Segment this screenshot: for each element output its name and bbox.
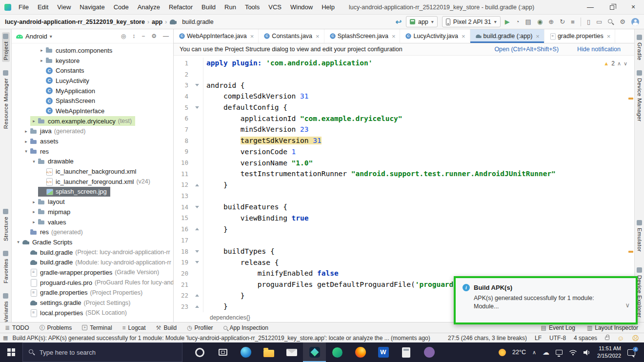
- tree-item[interactable]: ▾Gradle Scripts: [12, 237, 173, 247]
- fold-marker-icon[interactable]: [188, 290, 203, 301]
- task-view-icon[interactable]: [211, 342, 234, 362]
- taskbar-search[interactable]: Type here to search: [22, 342, 182, 362]
- toolwindow-emulator[interactable]: Emulator: [636, 219, 644, 253]
- indent-setting[interactable]: 4 spaces: [574, 335, 597, 342]
- tree-item[interactable]: ▸values: [12, 217, 173, 227]
- fold-marker-icon[interactable]: [188, 201, 203, 213]
- scrollbar-warning-mark[interactable]: [628, 98, 633, 100]
- chevron-right-icon[interactable]: ▸: [30, 119, 38, 123]
- menu-item-window[interactable]: Window: [286, 0, 317, 14]
- back-arrow-icon[interactable]: ↩: [395, 18, 402, 26]
- weather-temp[interactable]: 22°C: [512, 349, 526, 356]
- settings-gear-icon[interactable]: ⚙: [620, 19, 625, 25]
- breadcrumb-item[interactable]: app: [152, 19, 162, 25]
- tree-item[interactable]: splash_screen.jpg: [12, 187, 173, 197]
- tree-item[interactable]: ▸keystore: [12, 56, 173, 66]
- chevron-right-icon[interactable]: ▸: [30, 220, 38, 224]
- tree-item[interactable]: LucyActivity: [12, 76, 173, 86]
- scrollbar-warning-mark[interactable]: [628, 251, 633, 253]
- android-studio-icon[interactable]: [303, 342, 326, 362]
- tool-build[interactable]: Build: [156, 324, 177, 331]
- panel-settings-icon[interactable]: ⚙: [151, 33, 157, 40]
- debug-button-icon[interactable]: ◉: [537, 19, 543, 25]
- close-tab-icon[interactable]: ×: [316, 33, 320, 40]
- menu-item-vcs[interactable]: VCS: [264, 0, 286, 14]
- toolwindow-device-manager[interactable]: Device Manager: [636, 69, 644, 123]
- file-encoding[interactable]: UTF-8: [549, 335, 566, 342]
- fold-marker-icon[interactable]: [188, 102, 203, 113]
- android-tool-icon[interactable]: [326, 342, 349, 362]
- device-manager-icon[interactable]: ▯: [587, 19, 590, 25]
- run-config-select[interactable]: app ▾: [406, 16, 438, 27]
- tray-expand-icon[interactable]: ∧: [532, 349, 536, 356]
- chevron-right-icon[interactable]: ▸: [38, 58, 45, 63]
- tree-item[interactable]: Constants: [12, 65, 173, 76]
- restore-button[interactable]: [601, 0, 623, 14]
- menu-item-edit[interactable]: Edit: [33, 0, 53, 14]
- code-line[interactable]: 6 applicationId "com.example.dryicelucy": [174, 113, 634, 124]
- menu-item-refactor[interactable]: Refactor: [164, 0, 197, 14]
- chevron-right-icon[interactable]: ▸: [22, 129, 30, 134]
- toolwindow-favorites[interactable]: Favorites: [2, 249, 10, 285]
- menu-item-help[interactable]: Help: [317, 0, 339, 14]
- tree-item[interactable]: res(generated): [12, 227, 173, 237]
- tree-item[interactable]: ▸java(generated): [12, 126, 173, 137]
- calculator-icon[interactable]: [395, 342, 418, 362]
- next-warning-icon[interactable]: ∨: [624, 60, 627, 67]
- minimize-button[interactable]: —: [580, 0, 601, 14]
- collapse-all-icon[interactable]: −: [141, 33, 145, 40]
- display-icon[interactable]: [556, 350, 563, 355]
- tree-item[interactable]: MyApplication: [12, 86, 173, 96]
- chevron-down-icon[interactable]: ▾: [15, 240, 22, 244]
- onedrive-cloud-icon[interactable]: ☁: [543, 349, 549, 356]
- code-line[interactable]: 1apply plugin: 'com.android.application': [174, 58, 634, 69]
- code-line[interactable]: 15 viewBinding true: [174, 213, 634, 224]
- fold-marker-icon[interactable]: [188, 223, 203, 235]
- feedback-sad-icon[interactable]: ☹: [632, 335, 639, 342]
- code-line[interactable]: 3android {: [174, 80, 634, 91]
- tool-todo[interactable]: TODO: [5, 324, 29, 331]
- run-button-icon[interactable]: ▶: [505, 19, 510, 25]
- code-line[interactable]: 7 minSdkVersion 23: [174, 124, 634, 135]
- code-line[interactable]: 16 }: [174, 223, 634, 235]
- chevron-right-icon[interactable]: ▸: [30, 200, 38, 204]
- weather-icon[interactable]: [499, 349, 506, 356]
- code-line[interactable]: 4 compileSdkVersion 31: [174, 91, 634, 102]
- tree-item[interactable]: ▸custom.components: [12, 45, 173, 56]
- code-line[interactable]: 11 testInstrumentationRunner "android.su…: [174, 168, 634, 180]
- expand-notification-icon[interactable]: ∨: [625, 302, 630, 309]
- fold-marker-icon[interactable]: [188, 80, 203, 91]
- editor-tab-lucyactivity-java[interactable]: LucyActivity.java×: [400, 29, 470, 43]
- action-center-icon[interactable]: 4: [627, 349, 635, 356]
- code-line[interactable]: 19 release {: [174, 257, 634, 268]
- close-button[interactable]: ×: [623, 0, 644, 14]
- close-tab-icon[interactable]: ×: [607, 33, 611, 40]
- fold-marker-icon[interactable]: [188, 301, 203, 312]
- mail-icon[interactable]: [280, 342, 303, 362]
- project-view-selector[interactable]: Android: [25, 33, 47, 40]
- profile-button-icon[interactable]: ◔: [516, 19, 520, 25]
- tree-item[interactable]: WebAppInterface: [12, 106, 173, 116]
- tree-item[interactable]: ic_launcher_foreground.xml(v24): [12, 177, 173, 187]
- menu-item-tools[interactable]: Tools: [241, 0, 264, 14]
- tool-event-log[interactable]: Event Log: [541, 324, 575, 331]
- volume-icon[interactable]: [584, 349, 591, 356]
- tree-item[interactable]: proguard-rules.pro(ProGuard Rules for lu…: [12, 278, 173, 288]
- code-line[interactable]: 17: [174, 235, 634, 246]
- fold-marker-icon[interactable]: [188, 180, 203, 191]
- fold-marker-icon[interactable]: [188, 257, 203, 268]
- sdk-manager-icon[interactable]: ▭: [596, 19, 602, 25]
- fold-marker-icon[interactable]: [188, 246, 203, 257]
- code-editor[interactable]: 1apply plugin: 'com.android.application'…: [174, 56, 634, 313]
- gradle-sync-icon[interactable]: ↻: [560, 19, 565, 25]
- coverage-button-icon[interactable]: ▤: [525, 19, 531, 25]
- word-icon[interactable]: [372, 342, 395, 362]
- tool-layout-inspector[interactable]: Layout Inspector: [587, 324, 638, 331]
- close-tab-icon[interactable]: ×: [392, 33, 396, 40]
- feedback-happy-icon[interactable]: ☺: [617, 335, 624, 342]
- status-message[interactable]: Build APK(s): APK(s) generated successfu…: [12, 335, 430, 342]
- editor-tab-build-gradle-app-[interactable]: build.gradle (:app)×: [470, 29, 544, 43]
- tree-item[interactable]: ic_launcher_background.xml: [12, 166, 173, 177]
- chevron-down-icon[interactable]: ▾: [30, 159, 38, 164]
- menu-item-file[interactable]: File: [14, 0, 33, 14]
